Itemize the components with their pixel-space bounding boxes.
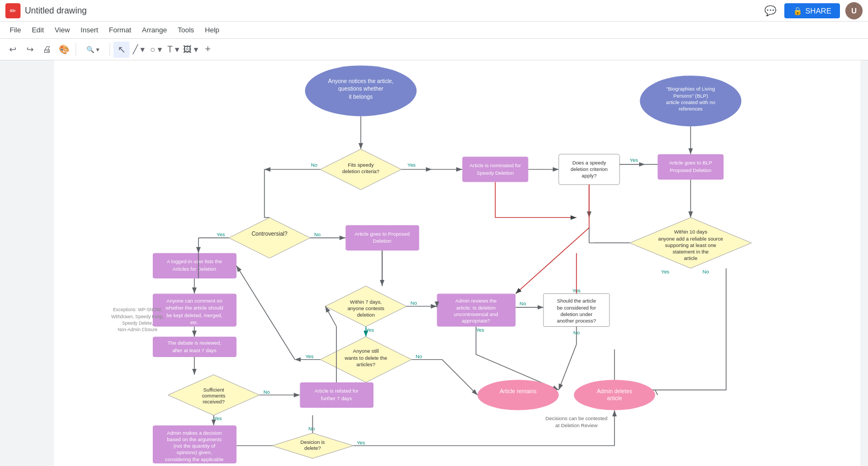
title-right-actions: 💬 🔒 SHARE U <box>762 2 863 19</box>
svg-text:statement in the: statement in the <box>673 249 709 255</box>
svg-text:Yes: Yes <box>216 231 225 237</box>
svg-text:opinions) given,: opinions) given, <box>177 449 212 455</box>
redo-button[interactable]: ↪ <box>22 42 38 58</box>
svg-text:Yes: Yes <box>661 269 670 275</box>
svg-text:deletion criteria?: deletion criteria? <box>342 168 379 174</box>
canvas-area[interactable]: Anyone notices the article, questions wh… <box>0 60 860 466</box>
arrow-speedy-no-to-admin-2 <box>516 228 589 293</box>
toolbar-separator-2 <box>110 43 110 56</box>
menu-view[interactable]: View <box>49 24 75 36</box>
print-button[interactable]: 🖨 <box>39 42 55 58</box>
svg-text:"Biographies of Living: "Biographies of Living <box>666 86 715 92</box>
svg-text:articles?: articles? <box>356 361 375 367</box>
article-remains-node <box>478 380 559 410</box>
svg-text:deletion: deletion <box>357 312 375 318</box>
svg-text:deletion under: deletion under <box>560 311 592 317</box>
svg-text:No: No <box>308 426 315 431</box>
menu-insert[interactable]: Insert <box>75 24 104 36</box>
add-tool-button[interactable]: + <box>200 42 216 58</box>
svg-text:references: references <box>679 106 703 112</box>
svg-text:Yes: Yes <box>357 440 365 446</box>
svg-text:be kept deleted, merged,: be kept deleted, merged, <box>166 312 222 318</box>
document-title[interactable]: Untitled drawing <box>25 6 87 16</box>
menu-tools[interactable]: Tools <box>172 24 199 36</box>
text-tool-button[interactable]: T ▾ <box>165 42 181 58</box>
zoom-button[interactable]: 🔍 ▾ <box>79 42 106 58</box>
svg-text:further 7 days: further 7 days <box>321 395 352 401</box>
comments-button[interactable]: 💬 <box>762 2 779 19</box>
svg-text:No: No <box>411 300 417 306</box>
svg-text:No: No <box>263 389 270 395</box>
svg-text:Anyone still: Anyone still <box>353 348 379 354</box>
select-tool-button[interactable]: ↖ <box>113 42 130 58</box>
svg-text:Admin reviews the: Admin reviews the <box>455 298 497 304</box>
svg-text:Persons" (BLP): Persons" (BLP) <box>673 93 708 99</box>
svg-text:considering the applicable: considering the applicable <box>165 456 223 462</box>
shapes-tool-button[interactable]: ○ ▾ <box>148 42 164 58</box>
collapse-toolbar-button[interactable]: ⌃ <box>851 3 857 12</box>
undo-button[interactable]: ↩ <box>4 42 21 58</box>
controversial-diamond <box>229 217 310 258</box>
svg-text:Should the article: Should the article <box>557 298 596 304</box>
arrow-10days-to-admin <box>655 390 658 395</box>
svg-text:Non-Admin Closure: Non-Admin Closure <box>118 327 158 332</box>
svg-text:Articles for Deletion: Articles for Deletion <box>172 266 216 272</box>
title-bar: Untitled drawing 💬 🔒 SHARE U <box>0 0 868 22</box>
paint-format-button[interactable]: 🎨 <box>56 42 72 58</box>
svg-text:another process?: another process? <box>557 318 596 324</box>
svg-text:at Deletion Review: at Deletion Review <box>555 422 598 428</box>
svg-text:No: No <box>703 269 709 275</box>
svg-text:anyone add a reliable source: anyone add a reliable source <box>658 236 723 242</box>
svg-text:No: No <box>314 231 321 237</box>
line-tool-button[interactable]: ╱ ▾ <box>131 42 147 58</box>
svg-text:deletion criterion: deletion criterion <box>571 166 608 172</box>
svg-text:whether the article should: whether the article should <box>165 305 223 311</box>
share-lock-icon: 🔒 <box>793 6 802 15</box>
svg-text:apply?: apply? <box>582 173 597 179</box>
svg-text:article: article <box>684 255 697 261</box>
svg-text:No: No <box>416 353 422 359</box>
svg-text:Yes: Yes <box>366 327 375 333</box>
canvas: Anyone notices the article, questions wh… <box>54 60 860 466</box>
svg-text:Yes: Yes <box>214 415 222 421</box>
arrow-considered-no-2 <box>559 344 577 390</box>
svg-text:Does a speedy: Does a speedy <box>572 160 606 166</box>
svg-text:Yes: Yes <box>630 157 639 163</box>
svg-text:comments: comments <box>202 393 226 399</box>
svg-text:based on the arguments: based on the arguments <box>167 436 222 442</box>
svg-text:uncontroversial and: uncontroversial and <box>454 311 498 317</box>
svg-text:it belongs: it belongs <box>349 94 372 100</box>
arrow-to-article-remains <box>442 360 478 395</box>
svg-text:Sufficient: Sufficient <box>204 387 225 393</box>
svg-text:Admin deletes: Admin deletes <box>597 388 632 394</box>
menu-format[interactable]: Format <box>104 24 137 36</box>
menu-arrange[interactable]: Arrange <box>137 24 172 36</box>
svg-text:Article goes to Proposed: Article goes to Proposed <box>355 231 410 237</box>
menu-edit[interactable]: Edit <box>26 24 49 36</box>
svg-text:Yes: Yes <box>476 327 485 333</box>
menu-file[interactable]: File <box>4 24 26 36</box>
menu-help[interactable]: Help <box>200 24 225 36</box>
svg-text:Controversial?: Controversial? <box>252 231 288 237</box>
svg-text:questions  whether: questions whether <box>338 86 383 92</box>
svg-text:Article is nominated for: Article is nominated for <box>470 162 521 168</box>
toolbar-separator-1 <box>76 43 76 56</box>
menu-bar: File Edit View Insert Format Arrange Too… <box>0 22 868 39</box>
svg-text:Article is relisted for: Article is relisted for <box>314 388 358 394</box>
svg-text:Yes: Yes <box>306 353 314 359</box>
svg-text:Deletion: Deletion <box>373 238 391 244</box>
svg-text:Speedy Delete,: Speedy Delete, <box>122 320 153 326</box>
svg-text:A logged-in user lists the: A logged-in user lists the <box>167 258 222 264</box>
svg-text:supporting at least one: supporting at least one <box>665 242 716 248</box>
svg-text:delete?: delete? <box>304 445 321 451</box>
svg-text:anyone contests: anyone contests <box>348 305 385 311</box>
arrow-anyone-still-to-logged-in <box>236 266 295 360</box>
svg-text:Within 10 days: Within 10 days <box>674 229 708 235</box>
svg-text:Admin makes a decision: Admin makes a decision <box>167 430 222 436</box>
svg-text:No: No <box>520 300 526 306</box>
svg-text:received?: received? <box>202 399 225 405</box>
image-tool-button[interactable]: 🖼 ▾ <box>182 42 199 58</box>
svg-text:Anyone notices the article,: Anyone notices the article, <box>328 78 394 84</box>
app-icon <box>5 3 21 18</box>
share-button[interactable]: 🔒 SHARE <box>784 3 840 18</box>
